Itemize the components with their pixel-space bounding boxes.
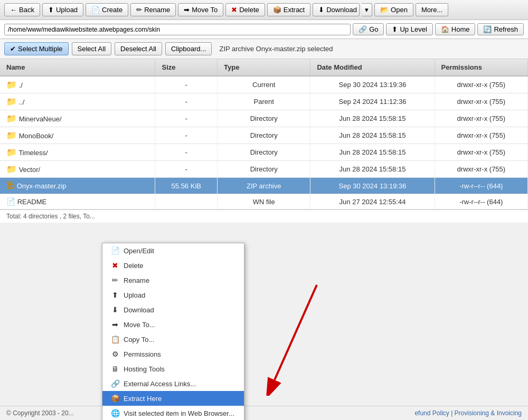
cell-perms: drwxr-xr-x (755) (435, 93, 527, 110)
open-icon: 📂 (380, 6, 389, 14)
cell-size: - (155, 93, 218, 110)
cell-type: ZIP archive (218, 178, 310, 194)
cell-type: Directory (218, 110, 310, 127)
check-icon: ✔ (10, 45, 16, 53)
cell-perms: drwxr-xr-x (755) (435, 127, 527, 144)
cell-name: 🗜 Onyx-master.zip (0, 178, 155, 194)
folder-icon: 📁 (6, 80, 17, 89)
cell-size: - (155, 76, 218, 93)
table-row[interactable]: 📁 Vector/ - Directory Jun 28 2024 15:58:… (0, 161, 528, 178)
refresh-icon: 🔄 (483, 25, 492, 33)
more-button[interactable]: More... (416, 3, 448, 16)
file-icon: 📄 (6, 197, 15, 206)
table-row[interactable]: 🗜 Onyx-master.zip 55.56 KiB ZIP archive … (0, 178, 528, 194)
go-button[interactable]: 🔗 Go (353, 23, 384, 35)
move-to-icon: ➡ (184, 6, 190, 14)
home-icon: 🏠 (441, 25, 449, 33)
download-icon: ⬇ (318, 6, 324, 14)
cell-perms: drwxr-xr-x (755) (435, 144, 527, 161)
extract-button[interactable]: 📦 Extract (267, 3, 310, 16)
cell-perms: drwxr-xr-x (755) (435, 110, 527, 127)
cell-type: Directory (218, 144, 310, 161)
table-row[interactable]: 📁 MonoBook/ - Directory Jun 28 2024 15:5… (0, 127, 528, 144)
download-dropdown-button[interactable]: ▾ (362, 3, 372, 16)
create-icon: 📄 (91, 6, 100, 14)
folder-icon: 📁 (6, 114, 17, 123)
cell-size: 55.56 KiB (155, 178, 218, 194)
cell-type: WN file (218, 194, 310, 209)
cell-date: Jun 28 2024 15:58:15 (310, 144, 435, 161)
folder-icon: 📁 (6, 148, 17, 157)
column-header-size: Size (155, 59, 218, 76)
table-row[interactable]: 📁 ../ - Parent Sep 24 2024 11:12:36 drwx… (0, 93, 528, 110)
upload-button[interactable]: ⬆ Upload (42, 3, 83, 16)
extract-icon: 📦 (273, 6, 281, 14)
go-icon: 🔗 (359, 25, 367, 33)
delete-icon: ✖ (231, 6, 237, 14)
cell-size (155, 194, 218, 209)
upload-icon: ⬆ (48, 6, 54, 14)
column-header-type: Type (218, 59, 310, 76)
folder-icon: 📁 (6, 131, 17, 140)
cell-perms: -rw-r--r-- (644) (435, 194, 527, 209)
cell-perms: drwxr-xr-x (755) (435, 76, 527, 93)
cell-type: Directory (218, 127, 310, 144)
select-multiple-button[interactable]: ✔ Select Multiple (4, 42, 69, 55)
folder-up-icon: 📁 (6, 97, 17, 106)
cell-name: 📁 Timeless/ (0, 144, 155, 161)
cell-date: Sep 30 2024 13:19:36 (310, 76, 435, 93)
cell-type: Parent (218, 93, 310, 110)
cell-date: Jun 28 2024 15:58:15 (310, 127, 435, 144)
deselect-all-button[interactable]: Deselect All (115, 42, 162, 55)
cell-name: 📁 ./ (0, 76, 155, 93)
toolbar: ← Back ⬆ Upload 📄 Create ✏ Rename ➡ Move… (0, 0, 528, 20)
table-row[interactable]: 📁 MinervaNeue/ - Directory Jun 28 2024 1… (0, 110, 528, 127)
back-button[interactable]: ← Back (4, 3, 40, 16)
column-header-date: Date Modified (310, 59, 435, 76)
rename-icon: ✏ (136, 6, 142, 14)
delete-button[interactable]: ✖ Delete (225, 3, 265, 16)
table-row[interactable]: 📄 README WN file Jun 27 2024 12:55:44 -r… (0, 194, 528, 209)
selection-info: ZIP archive Onyx-master.zip selected (219, 45, 333, 53)
cell-type: Current (218, 76, 310, 93)
up-level-icon: ⬆ (392, 25, 398, 33)
download-button[interactable]: ⬇ Download (313, 3, 360, 16)
cell-size: - (155, 127, 218, 144)
column-header-perms: Permissions (435, 59, 527, 76)
folder-icon: 📁 (6, 165, 17, 174)
dropdown-arrow-icon: ▾ (365, 6, 369, 14)
cell-name: 📁 Vector/ (0, 161, 155, 178)
up-level-button[interactable]: ⬆ Up Level (386, 23, 432, 35)
select-all-button[interactable]: Select All (72, 42, 111, 55)
selection-bar: ✔ Select Multiple Select All Deselect Al… (0, 39, 528, 59)
cell-date: Sep 30 2024 13:19:36 (310, 178, 435, 194)
cell-name: 📁 MinervaNeue/ (0, 110, 155, 127)
back-icon: ← (10, 6, 17, 14)
table-row[interactable]: 📁 Timeless/ - Directory Jun 28 2024 15:5… (0, 144, 528, 161)
table-row[interactable]: 📁 ./ - Current Sep 30 2024 13:19:36 drwx… (0, 76, 528, 93)
cell-type: Directory (218, 161, 310, 178)
cell-date: Sep 24 2024 11:12:36 (310, 93, 435, 110)
cell-size: - (155, 161, 218, 178)
open-button[interactable]: 📂 Open (374, 3, 413, 16)
cell-perms: -rw-r--r-- (644) (435, 178, 527, 194)
cell-name: 📁 ../ (0, 93, 155, 110)
home-button[interactable]: 🏠 Home (435, 23, 476, 35)
rename-button[interactable]: ✏ Rename (130, 3, 176, 16)
column-header-name: Name (0, 59, 155, 76)
file-table: Name Size Type Date Modified Permissions… (0, 59, 528, 209)
address-input[interactable] (4, 24, 351, 35)
zip-icon: 🗜 (6, 181, 15, 190)
status-bar: Total: 4 directories , 2 files, To... (0, 209, 528, 223)
cell-date: Jun 28 2024 15:58:15 (310, 110, 435, 127)
move-to-button[interactable]: ➡ Move To (178, 3, 223, 16)
cell-date: Jun 27 2024 12:55:44 (310, 194, 435, 209)
cell-perms: drwxr-xr-x (755) (435, 161, 527, 178)
cell-name: 📁 MonoBook/ (0, 127, 155, 144)
address-bar: 🔗 Go ⬆ Up Level 🏠 Home 🔄 Refresh (0, 20, 528, 39)
refresh-button[interactable]: 🔄 Refresh (477, 23, 524, 35)
cell-size: - (155, 144, 218, 161)
create-button[interactable]: 📄 Create (86, 3, 128, 16)
clipboard-button[interactable]: Clipboard... (165, 42, 212, 55)
cell-name: 📄 README (0, 194, 155, 209)
